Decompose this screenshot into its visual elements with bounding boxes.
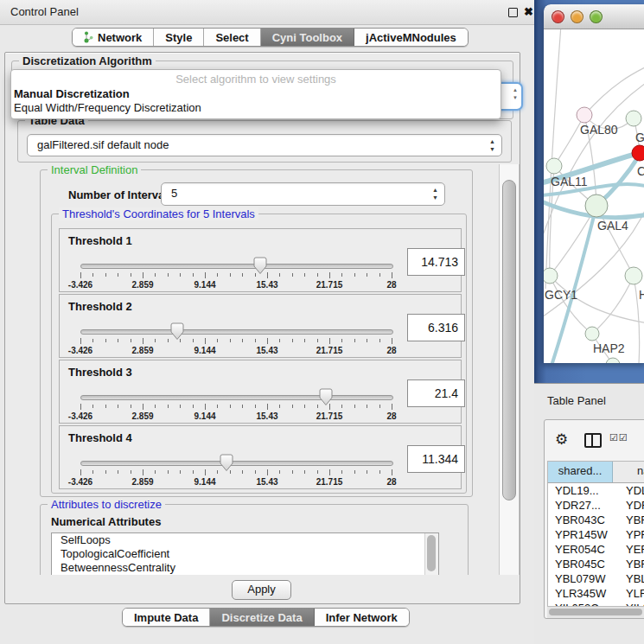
threshold-panel-1: Threshold 1-3.4262.8599.14415.4321.71528… [59, 228, 462, 292]
slider-tick-label: 2.859 [131, 477, 153, 487]
slider-handle[interactable] [319, 388, 333, 406]
close-icon[interactable]: ✖ [524, 0, 533, 24]
network-canvas[interactable]: GAL80GACGAL11GAL4GCY1HHAP2 [544, 29, 644, 363]
scrollbar-thumb[interactable] [502, 180, 516, 501]
table-row[interactable]: YDR27...YDR2 [548, 498, 644, 513]
scrollbar-thumb[interactable] [427, 535, 436, 571]
column-header-shared-name[interactable]: shared... [548, 462, 613, 482]
threshold-value-field[interactable]: 14.713 [407, 248, 465, 276]
cell-name[interactable]: YDL1 [620, 483, 644, 498]
float-window-icon[interactable] [508, 8, 518, 17]
slider-tick-label: -3.426 [68, 411, 92, 421]
network-node-hap2[interactable] [585, 327, 599, 341]
network-nodes[interactable] [544, 107, 644, 363]
slider-tick-label: 21.715 [316, 477, 343, 487]
tab-discretize-data[interactable]: Discretize Data [210, 609, 314, 626]
table-row[interactable]: YLR345WYLR3 [548, 586, 644, 601]
tab-cyni-toolbox[interactable]: Cyni Toolbox [261, 29, 354, 46]
cell-shared-name[interactable]: YER054C [548, 542, 620, 557]
network-node-gal11[interactable] [546, 158, 562, 174]
slider-tick-label: 9.144 [194, 280, 215, 290]
network-window-titlebar[interactable] [544, 4, 644, 29]
cell-shared-name[interactable]: YBL079W [548, 571, 620, 586]
table-horizontal-scrollbar[interactable] [547, 606, 644, 618]
apply-button[interactable]: Apply [232, 580, 291, 600]
network-node[interactable] [606, 358, 620, 363]
table-row[interactable]: YBR043CYBR0 [548, 513, 644, 527]
slider-handle[interactable] [253, 257, 267, 275]
cell-shared-name[interactable]: YDR27... [548, 498, 620, 513]
slider-tick-label: 21.715 [316, 346, 343, 355]
cell-name[interactable]: YPR1 [620, 527, 644, 542]
slider-tick [131, 405, 131, 408]
slider-tick [92, 339, 93, 342]
select-columns-icon[interactable]: ☑☑ [609, 432, 628, 443]
slider-tick-label: 9.144 [194, 411, 215, 421]
slider-track[interactable] [80, 461, 393, 466]
list-scrollbar[interactable] [424, 533, 438, 575]
table-row[interactable]: YBL079WYBL0 [548, 571, 644, 586]
cell-name[interactable]: YBR0 [620, 513, 644, 527]
slider-handle[interactable] [220, 454, 233, 472]
attribute-item-topologicalcoefficient[interactable]: TopologicalCoefficient [52, 547, 438, 561]
number-of-intervals-combobox[interactable]: 5 ▲▼ [161, 182, 445, 206]
table-row[interactable]: YPR145WYPR1 [548, 527, 644, 542]
settings-vertical-scrollbar[interactable] [499, 164, 520, 575]
slider-track[interactable] [80, 264, 393, 269]
attribute-item-betweennesscentrality[interactable]: BetweennessCentrality [52, 561, 438, 575]
mac-zoom-button[interactable] [590, 10, 603, 23]
slider-tick [379, 405, 380, 408]
cell-name[interactable]: YDR2 [620, 498, 644, 513]
cell-name[interactable]: YBL0 [620, 571, 644, 586]
threshold-value-field[interactable]: 6.316 [407, 314, 465, 341]
cell-name[interactable]: YER0 [620, 542, 644, 557]
table-row[interactable]: YBR045CYBR0 [548, 557, 644, 571]
slider-handle[interactable] [170, 322, 184, 341]
cell-shared-name[interactable]: YBR045C [548, 557, 620, 571]
cell-shared-name[interactable]: YBR043C [548, 513, 620, 527]
network-node-gal4[interactable] [585, 194, 608, 217]
network-node-ga[interactable] [626, 111, 641, 126]
group-label-discretization-algorithm: Discretization Algorithm [19, 54, 156, 67]
scrollbar-thumb[interactable] [549, 609, 642, 615]
mac-close-button[interactable] [552, 10, 564, 23]
cell-shared-name[interactable]: YPR145W [548, 527, 620, 542]
cell-name[interactable]: YLR3 [620, 586, 644, 601]
tab-style[interactable]: Style [154, 29, 204, 46]
dropdown-option-equal-width-frequency[interactable]: Equal Width/Frequency Discretization [11, 101, 501, 115]
column-header-name[interactable]: na [613, 462, 644, 482]
network-node-gal80[interactable] [577, 107, 592, 123]
slider-tick [217, 273, 218, 277]
slider-track[interactable] [80, 395, 393, 400]
network-node-c[interactable] [632, 145, 644, 161]
cell-name[interactable]: YBR0 [620, 557, 644, 571]
threshold-value-field[interactable]: 21.4 [407, 379, 465, 407]
numerical-attributes-list[interactable]: SelfLoopsTopologicalCoefficientBetweenne… [51, 532, 439, 575]
cell-shared-name[interactable]: YDL19... [548, 483, 620, 498]
tab-jactivemnodules[interactable]: jActiveMNodules [354, 29, 468, 46]
gear-icon[interactable]: ⚙ [555, 430, 568, 448]
mac-minimize-button[interactable] [571, 10, 583, 23]
attribute-item-selfloops[interactable]: SelfLoops [52, 533, 438, 547]
table-row[interactable]: YER054CYER0 [548, 542, 644, 557]
slider-tick [205, 272, 206, 278]
tab-infer-network[interactable]: Infer Network [315, 609, 409, 626]
tab-select[interactable]: Select [204, 29, 260, 46]
slider-tick [267, 469, 268, 475]
network-node-gcy1[interactable] [544, 268, 558, 284]
table-row[interactable]: YDL19...YDL1 [548, 483, 644, 498]
cell-shared-name[interactable]: YLR345W [548, 586, 620, 601]
network-node-h[interactable] [625, 267, 642, 284]
slider-tick-label: 15.43 [256, 346, 277, 355]
tab-impute-data[interactable]: Impute Data [123, 609, 210, 626]
slider-tick [317, 339, 318, 342]
dropdown-option-manual-discretization[interactable]: Manual Discretization [11, 87, 501, 101]
split-columns-icon[interactable] [584, 433, 602, 448]
slider-track[interactable] [80, 329, 393, 335]
slider-tick-label: 15.43 [256, 411, 277, 421]
threshold-value-field[interactable]: 11.344 [407, 445, 465, 473]
slider-tick [317, 273, 318, 277]
network-icon [84, 31, 93, 43]
tab-network[interactable]: Network [73, 29, 154, 46]
table-data-combobox[interactable]: galFiltered.sif default node ▲▼ [27, 134, 502, 156]
